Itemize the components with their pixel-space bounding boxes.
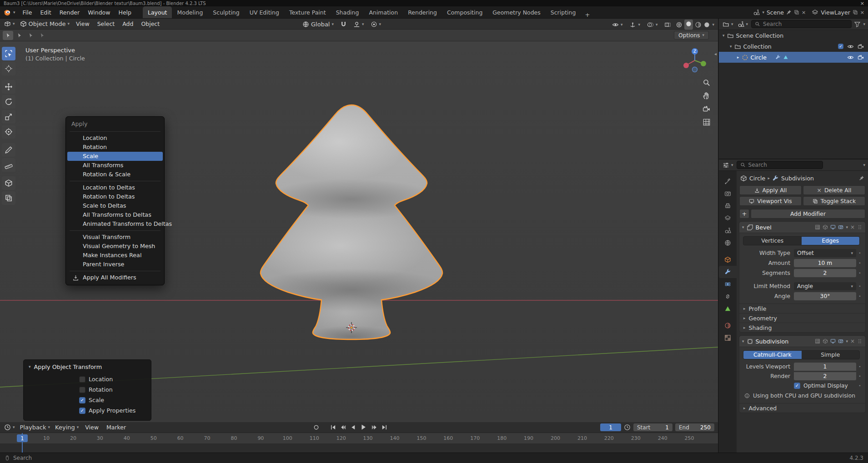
pan-hand-icon[interactable]	[702, 92, 711, 100]
menu-select[interactable]: Select	[94, 20, 119, 27]
shading-solid-button[interactable]	[684, 20, 693, 30]
filter-icon[interactable]	[854, 21, 861, 28]
snap-toggle[interactable]	[338, 20, 349, 29]
tab-texture[interactable]	[719, 332, 737, 344]
add-workspace-button[interactable]: +	[581, 11, 594, 18]
next-keyframe-button[interactable]	[371, 424, 378, 431]
menu-item-visual-transform[interactable]: Visual Transform	[67, 233, 163, 242]
breadcrumb-modifier[interactable]: Subdivision	[781, 175, 814, 182]
extras-chevron-icon[interactable]: ▾	[846, 339, 848, 344]
menu-item-location-to-deltas[interactable]: Location to Deltas	[67, 183, 163, 192]
menu-file[interactable]: File	[19, 6, 36, 18]
animate-dot[interactable]: •	[856, 251, 863, 255]
drag-handle-icon[interactable]	[857, 339, 863, 344]
realtime-toggle[interactable]	[830, 339, 836, 344]
tab-scene[interactable]	[719, 224, 737, 237]
delete-modifier-button[interactable]: ×	[850, 338, 855, 344]
disable-render-camera-icon[interactable]	[858, 43, 864, 50]
workspace-tab-layout[interactable]: Layout	[143, 6, 172, 18]
optimal-display-checkbox[interactable]: ✓	[794, 383, 800, 389]
tab-output[interactable]	[719, 200, 737, 212]
timeline-track[interactable]	[0, 444, 718, 452]
affect-edges-button[interactable]: Edges	[802, 237, 860, 245]
mode-selector[interactable]: Object Mode ▾	[18, 20, 72, 29]
breadcrumb-object[interactable]: Circle	[749, 175, 765, 182]
camera-view-icon[interactable]	[702, 105, 711, 113]
expand-icon[interactable]: ▾	[730, 45, 732, 49]
animate-dot[interactable]: •	[856, 261, 863, 265]
delete-all-button[interactable]: × Delete All	[803, 185, 865, 195]
levels-viewport-field[interactable]: 1	[794, 363, 856, 371]
outliner-row-collection[interactable]: ▾ Collection ✓	[719, 41, 868, 52]
jump-to-end-button[interactable]	[381, 424, 388, 431]
outliner-row-circle[interactable]: ▸ Circle	[719, 52, 868, 63]
menu-item-rotation[interactable]: Rotation	[67, 143, 163, 152]
workspace-tab-uv-editing[interactable]: UV Editing	[245, 6, 284, 18]
modifier-name[interactable]: Bevel	[756, 224, 772, 231]
rotation-checkbox[interactable]	[79, 387, 85, 393]
angle-field[interactable]: 30°	[794, 292, 856, 300]
apply-all-button[interactable]: Apply All	[739, 185, 802, 195]
scene-selector[interactable]: Scene	[767, 9, 784, 16]
object-visibility-dropdown[interactable]: ▾	[610, 20, 625, 29]
animate-dot[interactable]: •	[856, 383, 863, 388]
pin-icon[interactable]	[859, 175, 864, 181]
apply-properties-checkbox[interactable]: ✓	[79, 408, 85, 414]
subpanel-profile[interactable]: ▸ Profile	[739, 304, 865, 313]
current-frame-field[interactable]: 1	[600, 423, 621, 431]
workspace-tab-geometry-nodes[interactable]: Geometry Nodes	[487, 6, 545, 18]
disable-render-camera-icon[interactable]	[858, 54, 864, 61]
jump-to-start-button[interactable]	[330, 424, 336, 431]
gizmo-y-axis[interactable]	[701, 61, 706, 66]
tab-constraints[interactable]	[719, 290, 737, 303]
auto-key-toggle[interactable]	[313, 424, 320, 431]
viewport-vis-button[interactable]: Viewport Vis	[739, 196, 802, 206]
outliner-search-input[interactable]: Search	[751, 20, 852, 28]
keying-menu[interactable]: Keying ▾	[53, 423, 81, 432]
delete-modifier-button[interactable]: ×	[850, 224, 855, 230]
window-close-button[interactable]: ×	[860, 0, 864, 6]
gizmos-toggle[interactable]: ▾	[627, 20, 642, 29]
tool-transform[interactable]	[2, 125, 15, 139]
options-button[interactable]: Options ▾	[674, 31, 709, 40]
select-mode-invert[interactable]	[37, 31, 47, 40]
toggle-stack-button[interactable]: Toggle Stack	[803, 196, 865, 206]
workspace-tab-shading[interactable]: Shading	[331, 6, 364, 18]
menu-window[interactable]: Window	[84, 6, 114, 18]
realtime-toggle[interactable]	[830, 224, 836, 230]
end-frame-field[interactable]: End 250	[675, 423, 714, 431]
subpanel-geometry[interactable]: ▸ Geometry	[739, 313, 865, 323]
copy-scene-icon[interactable]	[794, 10, 799, 15]
menu-item-apply-all-modifiers[interactable]: Apply All Modifiers	[67, 273, 163, 282]
tool-select-box[interactable]	[2, 47, 15, 60]
overlays-toggle[interactable]: ▾	[645, 20, 660, 29]
blender-menu-button[interactable]: ▾	[0, 8, 19, 17]
catmull-clark-button[interactable]: Catmull-Clark	[743, 351, 802, 359]
menu-item-all-transforms-to-deltas[interactable]: All Transforms to Deltas	[67, 210, 163, 219]
menu-item-scale-to-deltas[interactable]: Scale to Deltas	[67, 201, 163, 210]
timeline-view-menu[interactable]: View	[81, 424, 102, 431]
tab-tool[interactable]	[719, 175, 737, 188]
levels-render-field[interactable]: 2	[794, 372, 856, 380]
play-button[interactable]	[360, 423, 368, 431]
edit-mode-toggle[interactable]	[823, 224, 828, 230]
modifier-wrench-icon[interactable]	[775, 55, 781, 60]
tab-object[interactable]	[719, 254, 737, 266]
animate-dot[interactable]: •	[856, 271, 863, 275]
tool-rotate[interactable]	[2, 95, 15, 109]
menu-object[interactable]: Object	[137, 20, 163, 27]
simple-button[interactable]: Simple	[802, 351, 860, 359]
render-toggle[interactable]	[838, 339, 843, 344]
segments-field[interactable]: 2	[794, 269, 856, 277]
subpanel-advanced[interactable]: ▸ Advanced	[739, 403, 865, 413]
unlink-scene-button[interactable]: ×	[802, 10, 806, 15]
menu-item-rotation-scale[interactable]: Rotation & Scale	[67, 170, 163, 179]
tab-view-layer[interactable]	[719, 212, 737, 224]
collection-checkbox[interactable]: ✓	[838, 44, 843, 49]
snap-target-selector[interactable]: ▾	[351, 20, 366, 29]
expand-icon[interactable]: ▸	[737, 55, 739, 60]
width-type-dropdown[interactable]: Offset ▾	[794, 249, 856, 257]
tool-scale[interactable]	[2, 110, 15, 124]
sidebar-collapse-arrow[interactable]: ◂	[714, 51, 717, 56]
tool-add-primitive[interactable]	[2, 176, 15, 190]
